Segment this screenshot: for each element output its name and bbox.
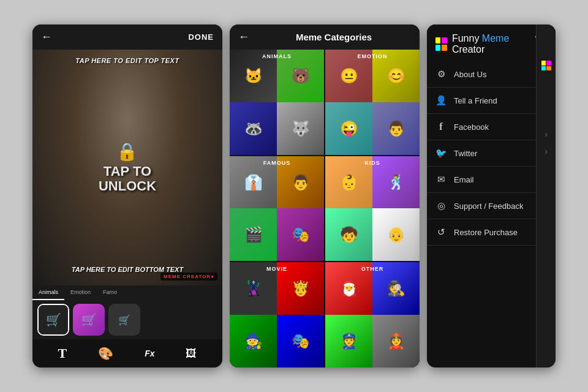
screen-3: ●●● Funny Meme Creator ⚙ About Us <box>427 24 556 368</box>
about-label: About Us <box>454 70 486 79</box>
screen2-back-icon[interactable]: ← <box>238 31 249 43</box>
text-tool-icon[interactable]: T <box>58 345 67 361</box>
image-tool-icon[interactable]: 🖼 <box>186 347 197 360</box>
icon-cell-yellow <box>435 37 440 43</box>
app-title-creator: Creator <box>452 44 484 55</box>
mini-icon-magenta <box>546 61 551 66</box>
support-label: Support / Feedback <box>454 202 523 211</box>
mini-icon-grid <box>541 61 551 70</box>
category-animals[interactable]: ANIMALS 🐱 🐻 🦝 🐺 <box>230 50 324 155</box>
color-tool-icon[interactable]: 🎨 <box>98 346 113 361</box>
cat-img-emotion-3: 😜 <box>325 102 372 155</box>
fx-tool-icon[interactable]: Fx <box>145 349 154 358</box>
email-icon: ✉ <box>435 174 447 185</box>
cat-img-movie-3: 🧙 <box>230 315 277 368</box>
category-movie-label: MOVIE <box>230 266 324 272</box>
done-button[interactable]: DONE <box>188 32 214 42</box>
cat-img-movie-4: 🎭 <box>277 315 324 368</box>
meme-canvas: TAP HERE TO EDIT TOP TEXT 🔒 TAP TO UNLOC… <box>32 50 222 285</box>
screen3-right-overlay: › › <box>536 24 556 368</box>
screen-2-header: ← Meme Categories <box>230 24 420 50</box>
restore-icon: ↺ <box>435 227 447 238</box>
facebook-icon: f <box>435 121 447 132</box>
category-famous[interactable]: FAMOUS 👔 👨 🎬 🎭 <box>230 156 324 262</box>
sticker-3: 🛒 <box>108 304 140 336</box>
category-other[interactable]: OTHER 🎅 🕵️ 👮 👲 <box>325 262 420 368</box>
cat-img-emotion-4: 👨 <box>372 102 420 155</box>
cat-img-animals-4: 🐺 <box>277 102 324 155</box>
screen-1: ← DONE TAP HERE TO EDIT TOP TEXT 🔒 TAP T… <box>32 24 222 368</box>
tap-unlock-text: TAP TO UNLOCK <box>99 164 156 194</box>
support-icon: ◎ <box>435 200 447 211</box>
mini-icon-cyan <box>541 66 546 71</box>
cat-img-animals-3: 🦝 <box>230 102 277 155</box>
back-icon[interactable]: ← <box>41 31 52 43</box>
cat-img-other-4: 👲 <box>372 315 420 368</box>
category-emotion[interactable]: EMOTION 😐 😊 😜 👨 <box>325 50 420 155</box>
category-animals-label: ANIMALS <box>230 53 324 59</box>
cat-img-famous-3: 🎬 <box>230 208 277 261</box>
lock-icon: 🔒 <box>99 141 156 162</box>
screen-2: ← Meme Categories ANIMALS 🐱 🐻 🦝 🐺 EMOTIO… <box>230 24 420 368</box>
tell-icon: 👤 <box>435 95 447 106</box>
category-movie[interactable]: MOVIE 🦹 🤴 🧙 🎭 <box>230 262 324 368</box>
cat-img-kids-3: 🧒 <box>325 208 372 261</box>
icon-cell-cyan <box>435 45 440 51</box>
meme-grid: ANIMALS 🐱 🐻 🦝 🐺 EMOTION 😐 😊 😜 👨 <box>230 50 420 368</box>
about-icon: ⚙ <box>435 69 447 80</box>
tab-animals[interactable]: Animals <box>32 285 64 300</box>
cat-img-kids-4: 👴 <box>372 208 420 261</box>
sticker-2: 🛒 <box>73 304 105 336</box>
category-kids-label: KIDS <box>325 160 420 166</box>
app-title-funny: Funny <box>452 33 482 43</box>
meme-creator-badge: MEME CREATOR● <box>160 273 217 281</box>
tab-emotion[interactable]: Emotion <box>64 285 97 300</box>
chevron-2: › <box>545 146 548 156</box>
cat-img-other-3: 👮 <box>325 315 372 368</box>
facebook-label: Facebook <box>454 123 489 132</box>
sticker-row: 🛒 🛒 🛒 <box>32 300 222 339</box>
bottom-text[interactable]: TAP HERE TO EDIT BOTTOM TEXT <box>32 266 222 273</box>
category-kids[interactable]: KIDS 👶 🕺 🧒 👴 <box>325 156 420 262</box>
toolbar: T 🎨 Fx 🖼 <box>32 339 222 368</box>
sticker-3-item[interactable]: 🛒 <box>108 304 140 336</box>
sticker-selected[interactable]: 🛒 <box>37 304 69 336</box>
restore-label: Restore Purchase <box>454 228 518 237</box>
tap-unlock-overlay[interactable]: 🔒 TAP TO UNLOCK <box>99 141 156 194</box>
mini-icon-yellow <box>541 61 546 66</box>
sticker-1: 🛒 <box>39 305 68 334</box>
top-text[interactable]: TAP HERE TO EDIT TOP TEXT <box>32 57 222 64</box>
cat-img-famous-4: 🎭 <box>277 208 324 261</box>
category-famous-label: FAMOUS <box>230 160 324 166</box>
email-label: Email <box>454 175 474 184</box>
twitter-icon: 🐦 <box>435 148 447 159</box>
app-icon-left <box>435 37 447 51</box>
twitter-label: Twitter <box>454 149 477 158</box>
category-emotion-label: EMOTION <box>325 53 420 59</box>
mini-icon-orange <box>546 66 551 71</box>
icon-cell-orange <box>442 45 447 51</box>
icon-cell-magenta <box>442 37 447 43</box>
category-other-label: OTHER <box>325 266 420 272</box>
category-tabs: Animals Emotion Famo <box>32 285 222 300</box>
screen-1-header: ← DONE <box>32 24 222 50</box>
screen2-title: Meme Categories <box>257 32 411 42</box>
screens-container: ← DONE TAP HERE TO EDIT TOP TEXT 🔒 TAP T… <box>20 12 568 380</box>
tab-famous[interactable]: Famo <box>97 285 123 300</box>
sticker-2-item[interactable]: 🛒 <box>73 304 105 336</box>
app-title: Funny Meme Creator <box>452 33 532 55</box>
app-title-meme: Meme <box>482 33 509 43</box>
overlay-header <box>538 58 555 73</box>
chevron-1: › <box>545 129 548 139</box>
tell-label: Tell a Friend <box>454 96 497 105</box>
